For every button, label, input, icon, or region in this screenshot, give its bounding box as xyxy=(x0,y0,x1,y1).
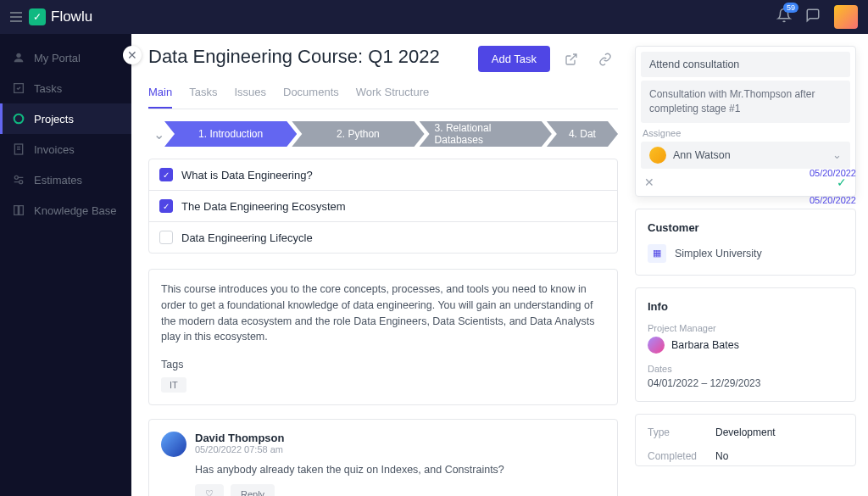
tags-label: Tags xyxy=(161,359,605,371)
tab-main[interactable]: Main xyxy=(148,81,172,109)
check-item[interactable]: ✓The Data Engineering Ecosystem xyxy=(149,191,617,222)
checklist: ✓What is Data Engineering? ✓The Data Eng… xyxy=(148,159,618,254)
ring-icon xyxy=(12,112,25,125)
stage-prev[interactable]: ⌄ xyxy=(148,126,170,142)
invoice-icon xyxy=(12,142,25,156)
brand-name: Flowlu xyxy=(51,8,92,25)
comment-author: David Thompson xyxy=(195,432,284,444)
svg-point-1 xyxy=(14,114,24,124)
sidebar-label: Estimates xyxy=(34,174,82,187)
completed-label: Completed xyxy=(648,450,715,462)
completed-value: No xyxy=(715,450,843,462)
user-avatar[interactable] xyxy=(834,5,858,29)
add-task-button[interactable]: Add Task xyxy=(478,46,550,72)
sidebar-label: Projects xyxy=(34,113,74,125)
comment: David Thompson 05/20/2022 07:58 am Has a… xyxy=(148,419,618,496)
sidebar-item-tasks[interactable]: Tasks xyxy=(0,73,131,103)
sidebar-item-knowledge-base[interactable]: Knowledge Base xyxy=(0,195,131,226)
messages-button[interactable] xyxy=(805,8,821,26)
pm-row[interactable]: Barbara Bates xyxy=(648,337,843,354)
user-icon xyxy=(12,51,25,64)
link-icon xyxy=(598,53,612,66)
close-panel-button[interactable]: ✕ xyxy=(123,46,142,64)
copy-link-button[interactable] xyxy=(593,47,618,72)
building-icon: ▦ xyxy=(648,244,666,263)
dates-label: Dates xyxy=(648,364,843,374)
sidebar-label: My Portal xyxy=(34,52,81,64)
check-label: The Data Engineering Ecosystem xyxy=(181,200,346,213)
menu-toggle[interactable] xyxy=(10,12,22,22)
page-title: Data Engineering Course: Q1 2022 xyxy=(148,46,440,68)
topbar: ✓ Flowlu 59 xyxy=(0,0,868,34)
sidebar-label: Tasks xyxy=(34,82,62,95)
assignee-select[interactable]: Ann Watson xyxy=(641,142,850,169)
info-grid-card: Type Development Completed No xyxy=(635,414,856,466)
reply-button[interactable]: Reply xyxy=(231,484,275,496)
dates-value: 04/01/2022 – 12/29/2023 xyxy=(648,377,843,389)
stage-3[interactable]: 3. Relational Databases xyxy=(420,121,552,147)
info-card: Info Project Manager Barbara Bates Dates… xyxy=(635,287,856,402)
logo-icon: ✓ xyxy=(29,8,46,25)
sidebar: My Portal Tasks Projects Invoices Estima… xyxy=(0,34,131,496)
comment-body: Has anybody already taken the quiz on In… xyxy=(195,464,605,476)
popup-task-desc[interactable]: Consultation with Mr.Thompson after comp… xyxy=(641,81,850,123)
due-date[interactable]: 05/20/2022 xyxy=(810,168,856,178)
description-card: This course introduces you to the core c… xyxy=(148,269,618,405)
tag[interactable]: IT xyxy=(161,377,186,393)
check-item[interactable]: ✓What is Data Engineering? xyxy=(149,159,617,191)
pm-avatar xyxy=(648,337,665,354)
description-text: This course introduces you to the core c… xyxy=(161,281,605,345)
popup-cancel[interactable]: ✕ xyxy=(644,176,654,189)
sidebar-item-estimates[interactable]: Estimates xyxy=(0,164,131,195)
check-label: Data Engineering Lifecycle xyxy=(181,231,313,244)
popup-task-title[interactable]: Attend consultation xyxy=(641,52,850,77)
info-heading: Info xyxy=(648,300,843,313)
tabs: Main Tasks Issues Documents Work Structu… xyxy=(148,81,618,109)
stage-4[interactable]: 4. Dat xyxy=(547,121,618,147)
notif-badge: 59 xyxy=(783,3,798,13)
type-label: Type xyxy=(648,426,715,438)
book-icon xyxy=(12,203,25,217)
like-button[interactable]: ♡ xyxy=(195,484,224,496)
checkbox-icon[interactable]: ✓ xyxy=(159,168,173,181)
assignee-avatar xyxy=(649,147,666,164)
comment-avatar[interactable] xyxy=(161,432,186,457)
checkbox-icon[interactable]: ✓ xyxy=(159,199,173,213)
checkbox-icon[interactable] xyxy=(159,231,173,244)
type-value: Development xyxy=(715,426,843,438)
external-link-icon xyxy=(565,53,578,66)
customer-heading: Customer xyxy=(648,221,843,234)
sidebar-item-invoices[interactable]: Invoices xyxy=(0,134,131,164)
svg-point-0 xyxy=(16,53,20,58)
stage-breadcrumb: ⌄ 1. Introduction 2. Python 3. Relationa… xyxy=(148,121,618,147)
tab-documents[interactable]: Documents xyxy=(283,81,339,109)
customer-row[interactable]: ▦ Simplex University xyxy=(648,244,843,263)
svg-point-4 xyxy=(19,181,23,184)
comment-timestamp: 05/20/2022 07:58 am xyxy=(195,444,284,454)
chat-icon xyxy=(805,8,821,23)
sidebar-item-my-portal[interactable]: My Portal xyxy=(0,42,131,73)
assignee-name: Ann Watson xyxy=(673,149,731,161)
tab-work-structure[interactable]: Work Structure xyxy=(356,81,429,109)
open-external-button[interactable] xyxy=(559,47,584,72)
check-item[interactable]: Data Engineering Lifecycle xyxy=(149,222,617,253)
stage-2[interactable]: 2. Python xyxy=(292,121,424,147)
estimate-icon xyxy=(12,173,25,187)
pm-label: Project Manager xyxy=(648,323,843,333)
tab-tasks[interactable]: Tasks xyxy=(189,81,217,109)
sidebar-label: Knowledge Base xyxy=(34,204,117,217)
due-date[interactable]: 05/20/2022 xyxy=(810,195,856,205)
check-icon xyxy=(12,81,25,95)
stage-1[interactable]: 1. Introduction xyxy=(164,121,297,147)
logo[interactable]: ✓ Flowlu xyxy=(29,8,92,25)
notifications-button[interactable]: 59 xyxy=(776,8,792,26)
sidebar-label: Invoices xyxy=(34,143,75,156)
pm-name: Barbara Bates xyxy=(671,339,739,351)
assignee-label: Assignee xyxy=(641,123,850,142)
svg-point-3 xyxy=(14,176,18,179)
sidebar-item-projects[interactable]: Projects xyxy=(0,103,131,134)
tab-issues[interactable]: Issues xyxy=(234,81,266,109)
check-label: What is Data Engineering? xyxy=(181,169,313,181)
customer-name: Simplex University xyxy=(675,248,762,259)
